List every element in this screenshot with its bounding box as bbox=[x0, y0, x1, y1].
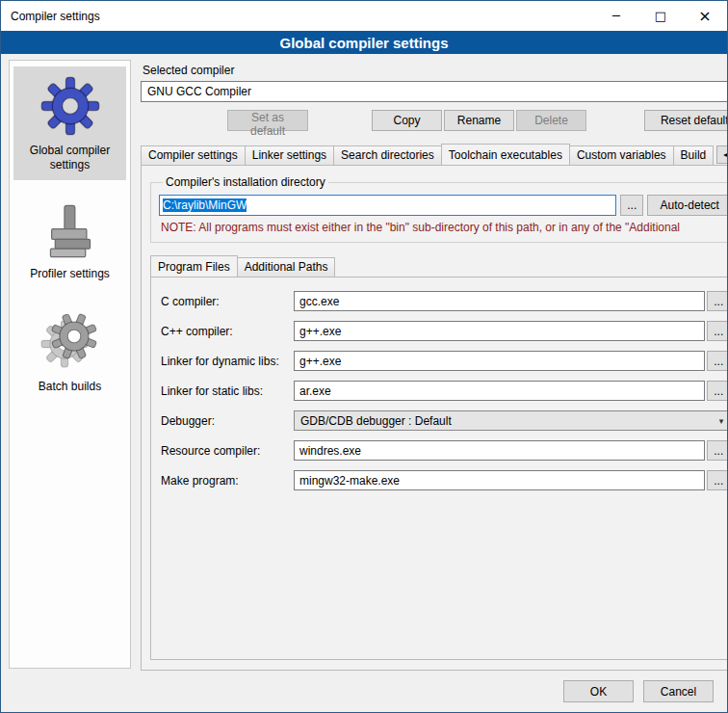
cpp-compiler-browse-button[interactable]: ... bbox=[707, 321, 727, 341]
make-program-browse-button[interactable]: ... bbox=[707, 470, 727, 490]
static-linker-label: Linker for static libs: bbox=[161, 384, 294, 398]
tab-toolchain-executables[interactable]: Toolchain executables bbox=[441, 144, 570, 165]
installation-directory-group: Compiler's installation directory C:\ray… bbox=[150, 175, 727, 243]
form-row-cpp-compiler: C++ compiler: g++.exe ... bbox=[161, 321, 727, 341]
cpp-compiler-input[interactable]: g++.exe bbox=[294, 321, 705, 341]
sidebar-item-batch-builds[interactable]: Batch builds bbox=[13, 303, 126, 402]
c-compiler-browse-button[interactable]: ... bbox=[707, 291, 727, 311]
close-icon[interactable]: × bbox=[683, 1, 727, 31]
form-row-resource-compiler: Resource compiler: windres.exe ... bbox=[161, 440, 727, 461]
installation-directory-value: C:\raylib\MinGW bbox=[163, 198, 247, 212]
debugger-label: Debugger: bbox=[161, 414, 294, 428]
installation-directory-input[interactable]: C:\raylib\MinGW bbox=[159, 195, 616, 216]
static-linker-value: ar.exe bbox=[299, 384, 331, 398]
form-row-make-program: Make program: mingw32-make.exe ... bbox=[161, 470, 727, 490]
c-compiler-input[interactable]: gcc.exe bbox=[294, 291, 705, 311]
dynamic-linker-browse-button[interactable]: ... bbox=[707, 351, 727, 371]
form-row-static-linker: Linker for static libs: ar.exe ... bbox=[161, 381, 727, 401]
installation-directory-browse-button[interactable]: ... bbox=[620, 195, 643, 216]
cancel-button[interactable]: Cancel bbox=[643, 680, 714, 702]
gray-gears-icon bbox=[40, 312, 100, 372]
dialog-header-title: Global compiler settings bbox=[1, 31, 727, 54]
tab-compiler-settings[interactable]: Compiler settings bbox=[141, 145, 246, 165]
selected-compiler-select[interactable]: GNU GCC Compiler ▾ bbox=[141, 81, 727, 102]
program-files-page: C compiler: gcc.exe ... C++ compiler: g+… bbox=[150, 277, 727, 660]
cpp-compiler-value: g++.exe bbox=[299, 325, 341, 338]
blue-gear-icon bbox=[40, 76, 100, 136]
sidebar-item-profiler-settings[interactable]: Profiler settings bbox=[13, 194, 126, 289]
cpp-compiler-label: C++ compiler: bbox=[161, 325, 294, 338]
maximize-icon[interactable]: □ bbox=[638, 1, 683, 31]
tab-scroll-arrows: ◄ ► bbox=[716, 145, 727, 164]
make-program-value: mingw32-make.exe bbox=[299, 474, 400, 488]
dialog-footer: OK Cancel bbox=[1, 671, 727, 712]
dialog-body: Global compiler settings Profiler settin… bbox=[1, 54, 727, 671]
resource-compiler-input[interactable]: windres.exe bbox=[294, 440, 705, 461]
window-title: Compiler settings bbox=[11, 10, 100, 23]
dynamic-linker-label: Linker for dynamic libs: bbox=[161, 355, 294, 368]
tab-search-directories[interactable]: Search directories bbox=[333, 145, 442, 165]
make-program-label: Make program: bbox=[161, 474, 294, 488]
debugger-value: GDB/CDB debugger : Default bbox=[300, 414, 452, 428]
program-files-tabstrip: Program Files Additional Paths bbox=[150, 254, 727, 277]
c-compiler-value: gcc.exe bbox=[299, 295, 339, 308]
copy-button[interactable]: Copy bbox=[372, 110, 442, 131]
ok-button[interactable]: OK bbox=[563, 680, 634, 702]
tab-build-options[interactable]: Build bbox=[673, 145, 715, 165]
form-row-c-compiler: C compiler: gcc.exe ... bbox=[161, 291, 727, 311]
sidebar-item-label: Global compiler settings bbox=[15, 144, 124, 172]
form-row-debugger: Debugger: GDB/CDB debugger : Default ▾ bbox=[161, 410, 727, 431]
installation-directory-label: Compiler's installation directory bbox=[163, 175, 328, 189]
resource-compiler-browse-button[interactable]: ... bbox=[707, 440, 727, 461]
main-panel: Selected compiler GNU GCC Compiler ▾ Set… bbox=[141, 60, 727, 671]
auto-detect-button[interactable]: Auto-detect bbox=[647, 195, 727, 216]
tab-custom-variables[interactable]: Custom variables bbox=[569, 145, 674, 165]
window-controls: ─ □ × bbox=[594, 1, 727, 31]
dynamic-linker-value: g++.exe bbox=[299, 355, 341, 368]
settings-tabstrip: Compiler settings Linker settings Search… bbox=[141, 143, 727, 165]
subtab-program-files[interactable]: Program Files bbox=[150, 255, 238, 277]
minimize-icon[interactable]: ─ bbox=[594, 1, 638, 31]
sidebar-item-global-compiler-settings[interactable]: Global compiler settings bbox=[13, 66, 126, 180]
delete-button: Delete bbox=[516, 110, 586, 131]
chevron-down-icon: ▾ bbox=[719, 416, 724, 426]
make-program-input[interactable]: mingw32-make.exe bbox=[294, 470, 705, 490]
toolchain-executables-page: Compiler's installation directory C:\ray… bbox=[141, 165, 727, 671]
resource-compiler-value: windres.exe bbox=[299, 444, 361, 458]
selected-compiler-value: GNU GCC Compiler bbox=[147, 85, 251, 98]
settings-sidebar: Global compiler settings Profiler settin… bbox=[9, 60, 131, 669]
profiler-icon bbox=[42, 203, 98, 259]
installation-directory-row: C:\raylib\MinGW ... Auto-detect bbox=[159, 195, 727, 216]
compiler-settings-dialog: Compiler settings ─ □ × Global compiler … bbox=[0, 0, 728, 713]
sidebar-item-label: Batch builds bbox=[39, 380, 101, 394]
tab-scroll-left-icon[interactable]: ◄ bbox=[716, 145, 727, 164]
dynamic-linker-input[interactable]: g++.exe bbox=[294, 351, 705, 371]
reset-defaults-button[interactable]: Reset defaults bbox=[644, 110, 727, 131]
resource-compiler-label: Resource compiler: bbox=[161, 444, 294, 458]
debugger-select[interactable]: GDB/CDB debugger : Default ▾ bbox=[294, 410, 727, 431]
compiler-actions: Set as default Copy Rename Delete Reset … bbox=[141, 110, 727, 131]
static-linker-input[interactable]: ar.exe bbox=[294, 381, 705, 401]
form-row-dynamic-linker: Linker for dynamic libs: g++.exe ... bbox=[161, 351, 727, 371]
static-linker-browse-button[interactable]: ... bbox=[707, 381, 727, 401]
bin-subdirectory-note: NOTE: All programs must exist either in … bbox=[161, 221, 727, 234]
set-as-default-button: Set as default bbox=[227, 110, 308, 131]
subtab-additional-paths[interactable]: Additional Paths bbox=[237, 257, 336, 277]
rename-button[interactable]: Rename bbox=[444, 110, 514, 131]
selected-compiler-label: Selected compiler bbox=[143, 64, 727, 77]
titlebar: Compiler settings ─ □ × bbox=[1, 1, 727, 31]
tab-linker-settings[interactable]: Linker settings bbox=[245, 145, 334, 165]
c-compiler-label: C compiler: bbox=[161, 295, 294, 308]
sidebar-item-label: Profiler settings bbox=[30, 267, 110, 281]
